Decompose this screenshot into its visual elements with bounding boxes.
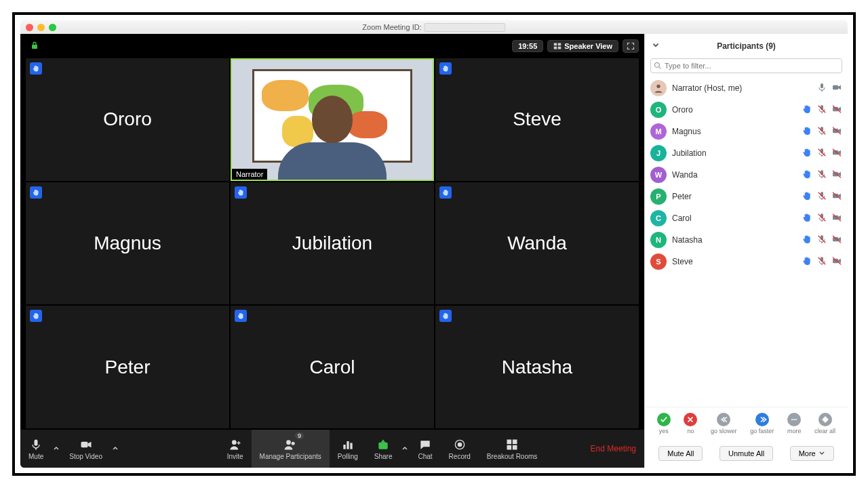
raised-hand-icon [30,310,42,322]
svg-rect-22 [507,445,512,449]
participant-row[interactable]: Narrator (Host, me) [650,77,842,99]
polling-button[interactable]: Polling [330,430,366,468]
speaker-view-button[interactable]: Speaker View [547,40,618,52]
participants-panel: Participants (9) Narrator (Host, me)OOro… [644,34,848,468]
mute-button[interactable]: Mute [20,430,52,468]
video-tile[interactable]: Ororo [26,58,229,181]
raised-hand-icon [802,169,812,182]
raised-hand-icon [802,147,812,160]
reaction-no-button[interactable]: no [684,413,697,434]
camera-icon [831,104,842,117]
participant-row[interactable]: CCarol [650,207,842,229]
participant-name: Natasha [672,235,796,245]
svg-rect-41 [821,155,822,157]
participant-name: Peter [672,192,796,201]
video-tile[interactable]: Steve [435,58,639,181]
meeting-time: 19:55 [512,40,543,52]
svg-rect-56 [821,220,822,222]
share-options-button[interactable] [400,430,410,468]
mic-icon [816,234,827,247]
end-meeting-button[interactable]: End Meeting [591,444,636,453]
camera-icon [831,190,842,203]
reaction-clear-all-button[interactable]: clear all [814,413,835,434]
reaction-go-faster-button[interactable]: go faster [750,413,774,434]
svg-point-72 [795,418,797,420]
raised-hand-icon [802,125,812,138]
video-tile[interactable]: Wanda [435,182,639,305]
svg-line-25 [659,67,661,69]
mic-icon [816,82,827,95]
participant-row[interactable]: MMagnus [650,121,842,142]
participant-row[interactable]: NNatasha [650,229,842,251]
mic-icon [816,169,827,182]
raised-hand-icon [235,186,247,199]
share-button[interactable]: Share [366,430,401,468]
collapse-panel-button[interactable] [652,41,660,52]
panel-title: Participants (9) [717,41,776,51]
video-tile[interactable]: Carol [231,306,434,428]
avatar: M [650,123,667,140]
tile-participant-name: Steve [513,108,561,130]
participant-filter-input[interactable] [650,58,842,73]
video-tile[interactable]: Peter [26,306,229,428]
chat-button[interactable]: Chat [410,430,440,468]
svg-rect-29 [833,85,838,89]
mute-all-button[interactable]: Mute All [658,446,703,461]
reaction-more-button[interactable]: more [787,413,802,434]
tile-name-badge: Narrator [232,169,267,180]
mic-icon [816,125,827,138]
mic-icon [816,147,827,160]
svg-rect-6 [554,47,557,49]
raised-hand-icon [439,62,452,75]
reaction-go-slower-button[interactable]: go slower [711,413,737,434]
record-button[interactable]: Record [441,430,479,468]
svg-rect-14 [343,445,345,449]
view-mode-label: Speaker View [564,42,612,50]
stop-video-button[interactable]: Stop Video [61,430,111,468]
participant-row[interactable]: OOroro [650,99,842,121]
video-tile[interactable]: Magnus [26,182,229,305]
video-options-button[interactable] [111,430,120,468]
breakout-rooms-button[interactable]: Breakout Rooms [479,430,545,468]
tile-participant-name: Ororo [103,108,152,130]
unmute-all-button[interactable]: Unmute All [719,446,773,461]
participant-row[interactable]: SSteve [650,251,842,272]
tile-participant-name: Magnus [94,232,161,254]
more-button[interactable]: More [790,446,834,461]
participant-name: Wanda [672,170,796,180]
tile-participant-name: Jubilation [292,232,372,254]
participant-row[interactable]: JJubilation [650,142,842,164]
raised-hand-icon [30,186,42,199]
svg-point-12 [286,440,291,445]
svg-rect-5 [558,43,561,46]
svg-point-71 [793,418,795,420]
avatar: N [650,232,667,248]
raised-hand-icon [235,310,247,322]
avatar: O [650,102,667,118]
video-tile[interactable]: Jubilation [231,182,434,305]
raised-hand-icon [802,212,812,225]
participant-row[interactable]: PPeter [650,186,842,207]
reaction-yes-button[interactable]: yes [657,413,671,434]
avatar [650,80,667,96]
svg-rect-4 [554,43,557,46]
svg-rect-8 [35,439,38,445]
manage-participants-button[interactable]: 9 Manage Participants [252,430,330,468]
minimize-window-button[interactable] [37,24,45,31]
mute-options-button[interactable] [52,430,61,468]
svg-rect-21 [513,439,517,444]
tile-participant-name: Peter [105,357,151,378]
fullscreen-button[interactable] [623,39,639,53]
maximize-window-button[interactable] [49,24,56,31]
svg-rect-17 [378,442,387,449]
camera-icon [831,212,842,225]
svg-rect-61 [821,242,822,243]
video-tile[interactable]: Natasha [435,306,639,428]
participant-row[interactable]: WWanda [650,164,842,186]
video-tile[interactable]: Narrator [231,58,434,181]
svg-rect-15 [347,441,349,449]
close-window-button[interactable] [26,24,33,31]
svg-rect-23 [513,445,517,449]
invite-button[interactable]: Invite [219,430,252,468]
mic-icon [816,256,827,268]
